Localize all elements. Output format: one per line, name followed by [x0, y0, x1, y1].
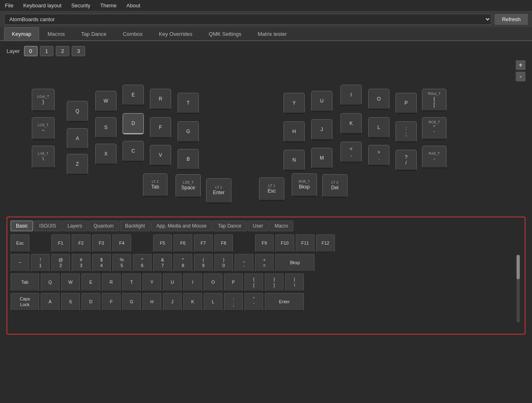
- picker-tab-backlight[interactable]: Backlight: [120, 221, 150, 231]
- picker-key-T[interactable]: T: [122, 274, 141, 291]
- key-z[interactable]: Z: [67, 154, 88, 175]
- key-i[interactable]: I: [341, 85, 362, 106]
- key-e[interactable]: E: [123, 85, 144, 106]
- picker-key-F2[interactable]: F2: [72, 234, 90, 252]
- key-lt1esc[interactable]: LT 1Esc: [259, 177, 284, 201]
- key-x[interactable]: X: [95, 144, 117, 165]
- picker-key-E[interactable]: E: [81, 274, 100, 291]
- picker-key-Esc[interactable]: Esc: [11, 234, 29, 252]
- picker-key-x_2[interactable]: @ 2: [51, 254, 70, 272]
- refresh-button[interactable]: Refresh: [495, 14, 528, 25]
- picker-key-F1[interactable]: F1: [51, 234, 70, 252]
- picker-tab-quantum[interactable]: Quantum: [88, 221, 119, 231]
- picker-key-x_x[interactable]: " ': [244, 293, 263, 311]
- picker-key-x_5[interactable]: % 5: [112, 254, 131, 272]
- picker-key-Tab[interactable]: Tab: [11, 274, 39, 291]
- key-ralt[interactable]: RAlt_T-: [422, 146, 446, 169]
- key-h[interactable]: H: [284, 121, 305, 142]
- picker-scroll-thumb[interactable]: [517, 255, 520, 279]
- key-rctl[interactable]: RCtl_T" ': [422, 117, 446, 140]
- picker-tab-layers[interactable]: Layers: [62, 221, 88, 231]
- picker-tab-macro[interactable]: Macro: [269, 221, 293, 231]
- key-b[interactable]: B: [178, 149, 199, 170]
- picker-key-O[interactable]: O: [204, 274, 222, 291]
- key-w[interactable]: W: [95, 91, 117, 112]
- picker-key-Caps_Lock[interactable]: Caps Lock: [11, 293, 39, 311]
- key-n[interactable]: N: [284, 150, 305, 171]
- picker-key-F4[interactable]: F4: [112, 234, 131, 252]
- tab-combos[interactable]: Combos: [115, 27, 150, 40]
- picker-key-F8[interactable]: F8: [214, 234, 233, 252]
- key-l[interactable]: L: [368, 117, 389, 138]
- key-lsftspace[interactable]: LSft_TSpace: [176, 174, 201, 198]
- picker-key-x_0[interactable]: ) 0: [214, 254, 233, 272]
- picker-key-x_6[interactable]: ^ 6: [133, 254, 152, 272]
- key-lt2del[interactable]: LT 2Del: [322, 174, 347, 198]
- picker-key-F7[interactable]: F7: [194, 234, 213, 252]
- picker-key-Y[interactable]: Y: [143, 274, 161, 291]
- tab-qmk-settings[interactable]: QMK Settings: [201, 27, 249, 40]
- picker-key-x[interactable]: ~: [11, 254, 29, 272]
- picker-scrollbar[interactable]: [517, 255, 520, 322]
- tab-key-overrides[interactable]: Key Overrides: [151, 27, 200, 40]
- picker-key-H[interactable]: H: [143, 293, 161, 311]
- layer-3-button[interactable]: 3: [72, 46, 85, 56]
- picker-key-x_4[interactable]: $ 4: [92, 254, 111, 272]
- key-lt2tab[interactable]: LT 2Tab: [143, 173, 167, 197]
- key-r[interactable]: R: [150, 89, 171, 110]
- device-select[interactable]: AtomBoards cantor: [4, 14, 491, 25]
- tab-macros[interactable]: Macros: [40, 27, 73, 40]
- menu-keyboard-layout[interactable]: Keyboard layout: [22, 2, 63, 9]
- key-lt1enter[interactable]: LT 1Enter: [206, 178, 231, 204]
- key-t[interactable]: T: [178, 93, 199, 114]
- layer-2-button[interactable]: 2: [56, 46, 69, 56]
- key-y[interactable]: Y: [284, 93, 305, 114]
- layer-1-button[interactable]: 1: [40, 46, 53, 56]
- tab-tap-dance[interactable]: Tap Dance: [73, 27, 114, 40]
- picker-key-Q[interactable]: Q: [41, 274, 59, 291]
- picker-key-K[interactable]: K: [183, 293, 202, 311]
- picker-key-x_7[interactable]: & 7: [153, 254, 172, 272]
- key-j[interactable]: J: [311, 119, 332, 140]
- picker-key-A[interactable]: A: [41, 293, 59, 311]
- key-semi[interactable]: : ;: [396, 121, 417, 142]
- key-a[interactable]: A: [67, 128, 88, 149]
- picker-key-I[interactable]: I: [183, 274, 202, 291]
- picker-tab-tap-dance[interactable]: Tap Dance: [213, 221, 246, 231]
- key-lalt[interactable]: LAlt_T\: [32, 146, 55, 169]
- picker-key-L[interactable]: L: [204, 293, 222, 311]
- picker-key-x_3[interactable]: # 3: [72, 254, 90, 272]
- picker-key-x_x[interactable]: } ]: [265, 274, 284, 291]
- tab-keymap[interactable]: Keymap: [4, 27, 39, 40]
- menu-security[interactable]: Security: [70, 2, 92, 9]
- key-q[interactable]: Q: [67, 101, 88, 122]
- picker-key-J[interactable]: J: [163, 293, 182, 311]
- picker-tab-app-media[interactable]: App, Media and Mouse: [151, 221, 212, 231]
- key-f[interactable]: F: [150, 117, 171, 138]
- picker-key-F12[interactable]: F12: [316, 234, 335, 252]
- picker-tab-basic[interactable]: Basic: [11, 221, 33, 231]
- picker-key-D[interactable]: D: [81, 293, 100, 311]
- key-s[interactable]: S: [95, 117, 117, 138]
- picker-key-S[interactable]: S: [61, 293, 80, 311]
- picker-key-U[interactable]: U: [163, 274, 182, 291]
- picker-key-F9[interactable]: F9: [255, 234, 274, 252]
- picker-key-W[interactable]: W: [61, 274, 80, 291]
- picker-key-x_x[interactable]: | \: [285, 274, 304, 291]
- menu-about[interactable]: About: [125, 2, 142, 9]
- key-rsftbksp[interactable]: RSft_TBksp: [292, 173, 317, 197]
- key-rgui[interactable]: RGui_T{ [: [422, 89, 446, 112]
- layer-0-button[interactable]: 0: [24, 46, 37, 56]
- key-o[interactable]: O: [368, 89, 389, 110]
- key-c[interactable]: C: [123, 141, 144, 162]
- picker-key-F11[interactable]: F11: [296, 234, 314, 252]
- tab-matrix-tester[interactable]: Matrix tester: [250, 27, 295, 40]
- key-slash[interactable]: ? /: [396, 150, 417, 171]
- picker-key-F3[interactable]: F3: [92, 234, 111, 252]
- key-comma[interactable]: < ,: [341, 142, 362, 163]
- picker-key-F6[interactable]: F6: [174, 234, 192, 252]
- picker-key-G[interactable]: G: [122, 293, 141, 311]
- menu-file[interactable]: File: [3, 2, 15, 9]
- key-k[interactable]: K: [341, 113, 362, 134]
- picker-key-R[interactable]: R: [102, 274, 121, 291]
